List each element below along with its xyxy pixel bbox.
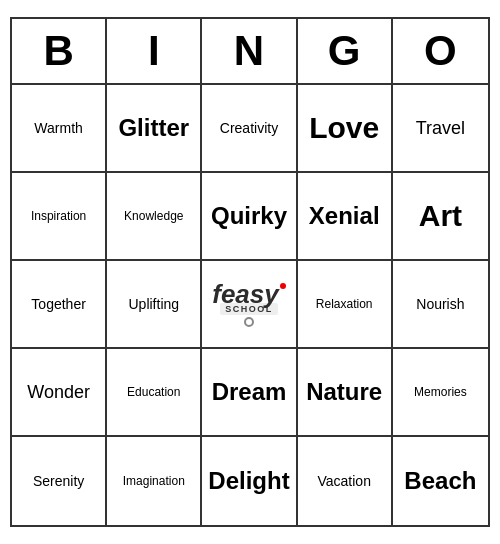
bingo-cell-1: Glitter xyxy=(107,85,202,173)
bingo-grid: WarmthGlitterCreativityLoveTravelInspira… xyxy=(12,85,488,525)
cell-text-9: Art xyxy=(419,199,462,233)
bingo-cell-19: Memories xyxy=(393,349,488,437)
bingo-cell-16: Education xyxy=(107,349,202,437)
bingo-cell-10: Together xyxy=(12,261,107,349)
bingo-cell-14: Nourish xyxy=(393,261,488,349)
bingo-cell-21: Imagination xyxy=(107,437,202,525)
cell-text-14: Nourish xyxy=(416,296,464,312)
cell-text-15: Wonder xyxy=(27,382,90,403)
cell-text-10: Together xyxy=(31,296,85,312)
bingo-cell-3: Love xyxy=(298,85,393,173)
bingo-letter-n: N xyxy=(202,19,297,83)
bingo-cell-15: Wonder xyxy=(12,349,107,437)
bingo-cell-6: Knowledge xyxy=(107,173,202,261)
bingo-cell-23: Vacation xyxy=(298,437,393,525)
feasy-text: feasy xyxy=(212,281,286,307)
cell-text-16: Education xyxy=(127,385,180,399)
bingo-cell-0: Warmth xyxy=(12,85,107,173)
cell-text-6: Knowledge xyxy=(124,209,183,223)
bingo-cell-22: Delight xyxy=(202,437,297,525)
cell-text-8: Xenial xyxy=(309,202,380,230)
bingo-cell-17: Dream xyxy=(202,349,297,437)
cell-text-11: Uplifting xyxy=(128,296,179,312)
cell-text-0: Warmth xyxy=(34,120,82,136)
bingo-cell-13: Relaxation xyxy=(298,261,393,349)
cell-text-13: Relaxation xyxy=(316,297,373,311)
bingo-letter-o: O xyxy=(393,19,488,83)
bingo-cell-7: Quirky xyxy=(202,173,297,261)
cell-text-21: Imagination xyxy=(123,474,185,488)
cell-text-2: Creativity xyxy=(220,120,278,136)
bingo-cell-20: Serenity xyxy=(12,437,107,525)
bingo-card: BINGO WarmthGlitterCreativityLoveTravelI… xyxy=(10,17,490,527)
feasy-logo: feasy SCHOOL xyxy=(212,281,286,327)
bingo-cell-5: Inspiration xyxy=(12,173,107,261)
cell-text-5: Inspiration xyxy=(31,209,86,223)
bingo-letter-g: G xyxy=(298,19,393,83)
cell-text-24: Beach xyxy=(404,467,476,495)
cell-text-23: Vacation xyxy=(317,473,370,489)
bingo-cell-18: Nature xyxy=(298,349,393,437)
bingo-cell-9: Art xyxy=(393,173,488,261)
feasy-circle xyxy=(244,317,254,327)
bingo-cell-4: Travel xyxy=(393,85,488,173)
cell-text-18: Nature xyxy=(306,378,382,406)
bingo-cell-12: feasy SCHOOL xyxy=(202,261,297,349)
bingo-cell-2: Creativity xyxy=(202,85,297,173)
bingo-header: BINGO xyxy=(12,19,488,85)
bingo-cell-8: Xenial xyxy=(298,173,393,261)
bingo-cell-24: Beach xyxy=(393,437,488,525)
cell-text-3: Love xyxy=(309,111,379,145)
cell-text-1: Glitter xyxy=(118,114,189,142)
cell-text-17: Dream xyxy=(212,378,287,406)
bingo-letter-b: B xyxy=(12,19,107,83)
bingo-cell-11: Uplifting xyxy=(107,261,202,349)
cell-text-20: Serenity xyxy=(33,473,84,489)
cell-text-22: Delight xyxy=(208,467,289,495)
cell-text-19: Memories xyxy=(414,385,467,399)
bingo-letter-i: I xyxy=(107,19,202,83)
cell-text-4: Travel xyxy=(416,118,465,139)
cell-text-7: Quirky xyxy=(211,202,287,230)
